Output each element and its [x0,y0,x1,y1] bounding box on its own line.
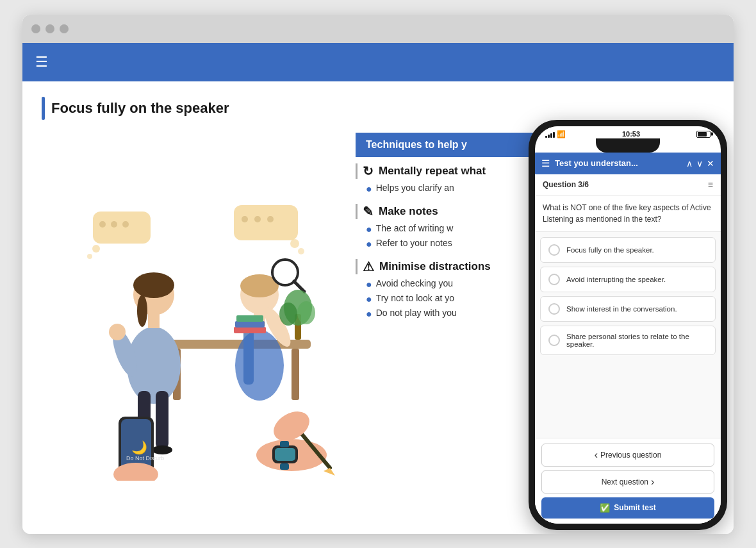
svg-point-8 [298,248,304,254]
hamburger-menu-icon[interactable]: ☰ [35,54,48,71]
svg-point-5 [122,221,129,228]
svg-text:Do Not Disturb: Do Not Disturb [126,455,164,461]
quiz-panel: Question 3/6 ≡ What is NOT one of the fi… [535,174,721,524]
browser-dot-3 [60,24,69,33]
phone-overlay: 📶 10:53 [529,120,727,530]
svg-point-18 [137,295,147,327]
quiz-question-header: Question 3/6 ≡ [535,174,721,195]
signal-bar-4 [553,132,555,138]
phone-chevron-down-icon[interactable]: ∨ [696,158,703,169]
svg-rect-19 [148,313,160,328]
browser-dot-2 [45,24,54,33]
signal-bars [545,131,555,138]
svg-rect-49 [280,441,289,447]
quiz-question-label: Question 3/6 [543,180,589,189]
option-text-3: Show interest in the conversation. [566,305,677,313]
svg-point-9 [242,216,248,222]
signal-bar-3 [550,133,552,138]
quiz-footer: Previous question Next question ✅ Submit… [535,438,721,524]
svg-rect-23 [156,391,168,449]
submit-icon: ✅ [600,503,610,513]
phone-app-header: ☰ Test you understan... ∧ ∨ ✕ [535,153,721,174]
content-row: 🌙 Do Not Disturb [42,133,714,521]
phone-header-title: Test you understan... [555,158,681,168]
browser-dot-1 [31,24,40,33]
option-radio-3[interactable] [548,303,560,315]
signal-bar-1 [545,136,547,138]
illustration-svg: 🌙 Do Not Disturb [54,173,336,481]
svg-point-21 [109,324,126,340]
phone-hamburger-icon[interactable]: ☰ [541,158,550,169]
svg-rect-0 [93,212,151,244]
svg-point-10 [254,216,261,222]
phone-notch [596,138,660,153]
svg-marker-52 [324,468,335,476]
phone-time: 10:53 [622,130,640,138]
bullet-dot: ● [366,294,372,305]
option-text-2: Avoid interrupting the speaker. [566,276,666,283]
next-question-button[interactable]: Next question [541,470,714,494]
svg-rect-48 [275,448,295,461]
option-text-1: Focus fully on the speaker. [566,246,654,254]
page-title-row: Focus fully on the speaker [42,97,714,120]
wifi-icon: 📶 [557,130,566,138]
chevron-right-icon [651,476,654,488]
repeat-icon: ↻ [363,163,374,179]
bullet-dot: ● [366,183,372,195]
quiz-options: Focus fully on the speaker. Avoid interr… [535,232,721,438]
svg-point-39 [279,303,297,326]
phone-status-bar: 📶 10:53 [535,126,721,140]
signal-bar-2 [548,135,550,138]
distraction-icon: ⚠ [363,259,374,274]
browser-titlebar [22,15,734,43]
bullet-dot: ● [366,308,372,320]
svg-point-11 [267,216,274,222]
phone-close-icon[interactable]: ✕ [707,158,714,169]
battery-icon [696,131,711,138]
option-radio-2[interactable] [548,274,560,285]
svg-rect-36 [236,315,263,322]
phone-screen: 📶 10:53 [535,126,721,524]
bullet-dot: ● [366,224,372,235]
svg-point-25 [152,445,172,454]
quiz-option-1[interactable]: Focus fully on the speaker. [540,237,716,263]
status-left: 📶 [545,130,566,138]
option-radio-1[interactable] [548,244,560,256]
prev-question-button[interactable]: Previous question [541,444,714,467]
quiz-option-2[interactable]: Avoid interrupting the speaker. [540,267,716,292]
main-content: Focus fully on the speaker [22,81,734,534]
status-right [696,131,711,138]
svg-point-17 [133,272,174,298]
bullet-dot: ● [366,279,372,290]
phone-chevron-up-icon[interactable]: ∧ [686,158,693,169]
battery-fill [698,132,707,137]
option-text-4: Share personal stories to relate to the … [566,333,707,348]
phone-body: 📶 10:53 [529,120,727,530]
svg-point-3 [99,221,106,228]
svg-rect-35 [235,321,265,328]
title-accent [42,97,45,120]
page-title: Focus fully on the speaker [51,100,229,117]
bullet-dot: ● [366,238,372,250]
phone-header-icons: ∧ ∨ ✕ [686,158,714,169]
svg-point-27 [235,330,284,401]
submit-test-button[interactable]: ✅ Submit test [541,497,714,519]
svg-point-7 [290,239,299,248]
svg-rect-6 [234,205,298,240]
app-header: ☰ [22,43,734,81]
svg-point-4 [111,221,117,228]
quiz-menu-icon[interactable]: ≡ [708,179,713,190]
browser-window: ☰ Focus fully on the speaker [22,15,734,534]
svg-point-40 [297,301,315,324]
chevron-left-icon [595,449,598,461]
svg-rect-34 [234,327,266,333]
notes-icon: ✎ [363,204,374,219]
svg-rect-14 [292,349,299,400]
illustration-area: 🌙 Do Not Disturb [42,133,349,521]
svg-text:🌙: 🌙 [131,440,147,455]
quiz-option-4[interactable]: Share personal stories to relate to the … [540,326,716,355]
svg-point-1 [92,245,100,253]
svg-rect-50 [280,463,289,470]
option-radio-4[interactable] [548,335,560,346]
quiz-option-3[interactable]: Show interest in the conversation. [540,296,716,322]
